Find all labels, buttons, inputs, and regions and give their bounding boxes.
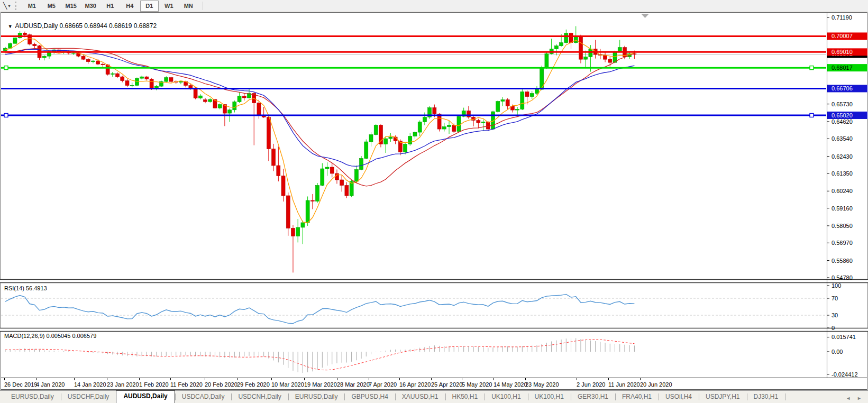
date-tick-label: 28 Mar 2020	[337, 381, 370, 388]
price-label-text: 0.69010	[832, 49, 853, 55]
price-tick-label: 0.64620	[832, 118, 853, 125]
tabs-holder: EURUSD,DailyUSDCHF,DailyAUDUSD,DailyUSDC…	[4, 390, 789, 403]
tab-hk50-h1[interactable]: HK50,H1	[445, 391, 485, 403]
hline-handle[interactable]	[4, 113, 8, 117]
chart-canvas[interactable]: 0.711900.657300.646200.635400.624300.613…	[0, 0, 868, 403]
collapse-indicator-icon[interactable]: ▼	[8, 24, 13, 29]
tab-separator	[571, 393, 571, 400]
rsi-tick-label: 70	[832, 295, 838, 301]
hline-handle[interactable]	[4, 66, 8, 70]
price-tick-label: 0.58050	[832, 223, 853, 229]
date-tick-label: 14 May 2020	[494, 381, 527, 388]
tab-bar-end	[785, 391, 789, 403]
rsi-tick-label: 0	[832, 325, 835, 331]
tab-usoil-h4[interactable]: USOil,H4	[659, 391, 699, 403]
price-tick-label: 0.61350	[832, 170, 853, 177]
macd-tick-label: -0.024412	[832, 371, 858, 378]
tab-nav: ◄ ►	[846, 396, 868, 403]
price-tick-label: 0.55860	[832, 258, 853, 264]
date-tick-label: 16 Apr 2020	[399, 381, 431, 388]
date-tick-label: 23 Jan 2020	[107, 381, 139, 388]
date-tick-label: 4 Jan 2020	[36, 381, 65, 388]
macd-indicator-label: MACD(12,26,9) 0.005045 0.006579	[4, 333, 96, 339]
rsi-tick-label: 30	[832, 312, 838, 318]
date-tick-label: 14 Jan 2020	[74, 381, 106, 388]
date-tick-label: 2 Jun 2020	[577, 381, 605, 388]
tab-usdjpy-h1[interactable]: USDJPY,H1	[699, 391, 746, 403]
tab-separator	[344, 393, 345, 400]
tab-usdcnh-daily[interactable]: USDCNH,Daily	[231, 391, 288, 403]
rsi-tick-label: 100	[832, 282, 841, 289]
date-tick-label: 5 May 2020	[462, 381, 492, 388]
price-tick-label: 0.63540	[832, 135, 853, 142]
tab-separator	[395, 393, 396, 400]
price-tick-label: 0.56970	[832, 240, 853, 246]
price-tick-label: 0.54780	[832, 274, 853, 281]
tab-fra40-h1[interactable]: FRA40,H1	[615, 391, 659, 403]
tab-separator	[615, 393, 616, 400]
chart-title: ▼AUDUSD,Daily 0.68665 0.68944 0.68619 0.…	[4, 15, 157, 30]
date-tick-label: 11 Jun 2020	[608, 381, 640, 388]
chart-tab-bar: EURUSD,DailyUSDCHF,DailyAUDUSD,DailyUSDC…	[0, 390, 868, 403]
tab-uk100-h1[interactable]: UK100,H1	[528, 391, 571, 403]
tab-usdchf-daily[interactable]: USDCHF,Daily	[61, 391, 116, 403]
chart-frame	[1, 13, 867, 390]
price-label-text: 0.65020	[832, 112, 853, 118]
date-tick-label: 11 Feb 2020	[170, 381, 203, 388]
chart-title-text: AUDUSD,Daily 0.68665 0.68944 0.68619 0.6…	[15, 22, 157, 30]
price-tick-label: 0.65730	[832, 101, 853, 107]
tab-separator	[61, 393, 61, 400]
tab-uk100-h1[interactable]: UK100,H1	[485, 391, 527, 403]
mt4-window: { "toolbar": { "tool_icon": "╲", "caret_…	[0, 0, 868, 403]
price-label-text: 0.66706	[832, 85, 853, 91]
tab-separator	[528, 393, 528, 400]
hline-handle[interactable]	[810, 66, 814, 70]
price-tick-label: 0.60240	[832, 188, 853, 194]
price-tick-label: 0.62430	[832, 153, 853, 160]
tab-separator	[699, 393, 699, 400]
tab-separator	[659, 393, 659, 400]
date-tick-label: 7 Apr 2020	[369, 381, 397, 388]
macd-tick-label: 0.00	[832, 349, 843, 355]
tab-separator	[747, 393, 747, 400]
tab-scroll-left-icon[interactable]: ◄	[846, 396, 851, 401]
price-label-text: 0.68017	[832, 65, 853, 71]
macd-tick-label: 0.015741	[832, 334, 856, 340]
tab-separator	[288, 393, 289, 400]
date-tick-label: 29 Feb 2020	[237, 381, 270, 388]
tab-dj30-h1[interactable]: DJ30,H1	[747, 391, 785, 403]
date-tick-label: 20 Feb 2020	[205, 381, 237, 388]
date-tick-label: 25 Apr 2020	[431, 381, 462, 388]
tab-gbpusd-h4[interactable]: GBPUSD,H4	[344, 391, 395, 403]
tab-separator	[445, 393, 446, 400]
tab-usdcad-daily[interactable]: USDCAD,Daily	[175, 391, 232, 403]
price-tick-label: 0.59160	[832, 205, 853, 212]
tab-scroll-right-icon[interactable]: ►	[857, 396, 862, 401]
tab-separator	[485, 393, 485, 400]
tab-eurusd-daily[interactable]: EURUSD,Daily	[4, 391, 61, 403]
tab-separator	[231, 393, 232, 400]
date-tick-label: 26 Dec 2019	[4, 381, 37, 388]
rsi-indicator-label: RSI(14) 56.4913	[4, 285, 47, 291]
hline-handle[interactable]	[810, 113, 814, 117]
date-tick-label: 19 Mar 2020	[304, 381, 337, 388]
price-tick-label: 0.71190	[832, 14, 852, 21]
date-tick-label: 1 Feb 2020	[139, 381, 169, 388]
tab-eurusd-daily[interactable]: EURUSD,Daily	[288, 391, 345, 403]
tab-ger30-h1[interactable]: GER30,H1	[571, 391, 615, 403]
tab-xauusd-h1[interactable]: XAUUSD,H1	[395, 391, 445, 403]
tab-separator	[175, 393, 176, 400]
price-label-text: 0.70007	[832, 33, 853, 39]
tab-separator	[785, 393, 785, 400]
tab-audusd-daily[interactable]: AUDUSD,Daily	[116, 390, 175, 403]
date-tick-label: 20 Jun 2020	[640, 381, 672, 388]
date-tick-label: 23 May 2020	[525, 381, 559, 388]
date-tick-label: 10 Mar 2020	[271, 381, 304, 388]
